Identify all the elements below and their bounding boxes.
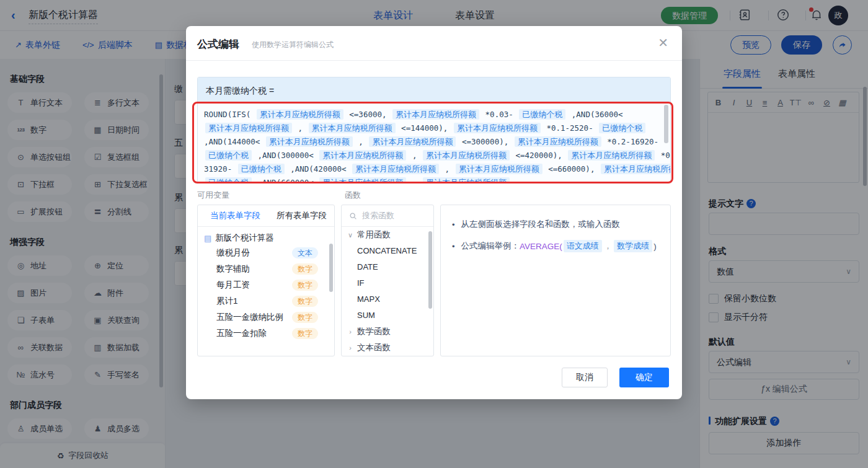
function-item[interactable]: IF	[342, 275, 433, 291]
functions-panel: 搜索函数 ∨常用函数CONCATENATEDATEIFMAPXSUM›数学函数›…	[341, 205, 434, 356]
formula-variable-token[interactable]: 累计本月应纳税所得额	[456, 164, 542, 174]
formula-variable-token[interactable]: 已缴纳个税	[599, 123, 645, 133]
formula-content[interactable]: ROUND(IFS( 累计本月应纳税所得额 <=36000, 累计本月应纳税所得…	[198, 104, 670, 183]
variable-list: 缴税月份文本数字辅助数字每月工资数字累计1数字五险一金缴纳比例数字五险一金扣除数…	[198, 245, 334, 342]
variable-item[interactable]: 五险一金扣除数字	[198, 325, 334, 342]
formula-text: ,	[293, 123, 308, 133]
example-comma: ，	[604, 241, 613, 252]
formula-text: *0.2-16920-	[603, 137, 658, 146]
formula-variable-token[interactable]: 累计本月应纳税所得额	[369, 136, 456, 147]
variable-type-tag: 数字	[292, 280, 318, 291]
formula-text: ,	[354, 137, 368, 146]
function-item[interactable]: MAPX	[342, 291, 433, 307]
variable-item[interactable]: 每月工资数字	[198, 277, 334, 293]
help-tip-2: • 公式编辑举例： AVERAGE( 语文成绩 ， 数学成绩 )	[452, 240, 670, 252]
formula-variable-token[interactable]: 已缴纳个税	[205, 177, 252, 183]
function-item[interactable]: SUM	[342, 307, 433, 324]
variables-tabs: 当前表单字段 所有表单字段	[198, 205, 334, 227]
functions-label: 函数	[345, 190, 361, 201]
variable-name: 数字辅助	[216, 263, 250, 275]
variable-name: 每月工资	[216, 280, 250, 291]
formula-variable-token[interactable]: 累计本月应纳税所得额	[568, 150, 655, 161]
function-group-name: 数学函数	[357, 326, 391, 337]
formula-editor[interactable]: 本月需缴纳个税 = ROUND(IFS( 累计本月应纳税所得额 <=36000,…	[197, 77, 671, 183]
variable-type-tag: 数字	[292, 263, 318, 275]
confirm-button[interactable]: 确定	[619, 368, 669, 387]
formula-text: ,	[440, 164, 454, 174]
variables-panel: 当前表单字段 所有表单字段 ▤ 新版个税计算器 缴税月份文本数字辅助数字每月工资…	[197, 205, 335, 356]
formula-line: 累计本月应纳税所得额 , 累计本月应纳税所得额 <=144000), 累计本月应…	[204, 121, 654, 135]
formula-variable-token[interactable]: 累计本月应纳税所得额	[423, 150, 510, 161]
help-tip-1-text: 从左侧面板选择字段名和函数，或输入函数	[461, 219, 621, 230]
formula-line: ROUND(IFS( 累计本月应纳税所得额 <=36000, 累计本月应纳税所得…	[204, 108, 654, 121]
formula-variable-token[interactable]: 累计本月应纳税所得额	[515, 136, 601, 147]
formula-line: ,AND(144000< 累计本月应纳税所得额 , 累计本月应纳税所得额 <=3…	[204, 135, 654, 149]
formula-edit-modal: 公式编辑 使用数学运算符编辑公式 ✕ 本月需缴纳个税 = ROUND(IFS( …	[186, 26, 682, 399]
formula-variable-token[interactable]: 累计本月应纳税所得额	[423, 177, 510, 183]
formula-line: 已缴纳个税 ,AND(660000< 累计本月应纳税所得额 , 累计本月应纳税所…	[204, 176, 654, 183]
formula-variable-token[interactable]: 已缴纳个税	[238, 164, 285, 174]
help-tip-1: • 从左侧面板选择字段名和函数，或输入函数	[452, 219, 670, 230]
formula-text: ,AND(660000<	[253, 178, 318, 183]
variable-item[interactable]: 五险一金缴纳比例数字	[198, 309, 334, 325]
function-item[interactable]: CONCATENATE	[342, 243, 433, 259]
formula-text: *0.25-	[656, 151, 670, 160]
formula-line: 31920- 已缴纳个税 ,AND(420000< 累计本月应纳税所得额 , 累…	[204, 162, 654, 176]
formula-variable-token[interactable]: 累计本月应纳税所得额	[454, 123, 541, 133]
formula-text: <=36000,	[345, 110, 391, 119]
bullet-icon: •	[452, 242, 455, 251]
formula-variable-token[interactable]: 已缴纳个税	[519, 109, 565, 120]
variable-name: 缴税月份	[216, 247, 250, 258]
bullet-icon: •	[452, 220, 455, 229]
variable-type-tag: 数字	[292, 328, 318, 339]
example-prefix: 公式编辑举例：	[461, 241, 520, 252]
variable-name: 累计1	[216, 296, 238, 307]
formula-help-panel: • 从左侧面板选择字段名和函数，或输入函数 • 公式编辑举例： AVERAGE(…	[440, 205, 671, 356]
formula-text: <=660000),	[544, 164, 600, 174]
cancel-button[interactable]: 取消	[562, 368, 608, 387]
formula-text: ,	[407, 151, 422, 160]
functions-scrollbar[interactable]	[428, 231, 432, 309]
formula-variable-token[interactable]: 已缴纳个税	[205, 150, 252, 161]
close-icon[interactable]: ✕	[658, 35, 668, 50]
formula-variable-token[interactable]: 累计本月应纳税所得额	[319, 177, 406, 183]
formula-variable-token[interactable]: 累计本月应纳税所得额	[309, 123, 396, 133]
formula-text: *0.1-2520-	[542, 123, 598, 133]
formula-text: ,AND(36000<	[567, 110, 622, 119]
variables-scrollbar[interactable]	[329, 244, 333, 292]
chevron-down-icon: ∨	[347, 231, 354, 239]
example-close-paren: )	[653, 242, 657, 251]
formula-target-field: 本月需缴纳个税 =	[198, 77, 670, 104]
formula-variable-token[interactable]: 累计本月应纳税所得额	[266, 136, 353, 147]
variable-item[interactable]: 缴税月份文本	[198, 245, 334, 261]
formula-variable-token[interactable]: 累计本月应纳税所得额	[352, 164, 439, 174]
formula-text: *0.03-	[480, 110, 518, 119]
example-variable-token: 数学成绩	[614, 240, 652, 252]
variable-item[interactable]: 累计1数字	[198, 293, 334, 309]
tab-all-form-fields[interactable]: 所有表单字段	[277, 210, 327, 221]
formula-variable-token[interactable]: 累计本月应纳税所得额	[319, 150, 406, 161]
formula-text: ,AND(144000<	[204, 137, 265, 146]
function-search[interactable]: 搜索函数	[342, 205, 433, 227]
function-group[interactable]: ›文本函数	[342, 340, 433, 356]
formula-text: <=144000),	[397, 123, 453, 133]
formula-scrollbar[interactable]	[664, 105, 668, 143]
tab-current-form-fields[interactable]: 当前表单字段	[210, 210, 260, 221]
function-item[interactable]: DATE	[342, 259, 433, 275]
formula-text: <=300000),	[457, 137, 513, 146]
formula-variable-token[interactable]: 累计本月应纳税所得额	[392, 109, 479, 120]
variable-type-tag: 数字	[292, 312, 318, 323]
formula-variable-token[interactable]: 累计本月应纳税所得额	[601, 164, 670, 174]
formula-text: <=420000),	[511, 151, 567, 160]
formula-variable-token[interactable]: 累计本月应纳税所得额	[257, 109, 343, 120]
variable-item[interactable]: 数字辅助数字	[198, 261, 334, 277]
formula-variable-token[interactable]: 累计本月应纳税所得额	[205, 123, 292, 133]
function-group[interactable]: ∨常用函数	[342, 227, 433, 243]
form-tree-root[interactable]: ▤ 新版个税计算器	[198, 227, 334, 245]
function-search-placeholder: 搜索函数	[362, 210, 394, 221]
chevron-right-icon: ›	[347, 328, 354, 335]
function-group[interactable]: ›数学函数	[342, 324, 433, 340]
function-group-name: 文本函数	[357, 342, 391, 353]
modal-header: 公式编辑 使用数学运算符编辑公式 ✕	[186, 26, 682, 61]
formula-text: ROUND(IFS(	[204, 110, 255, 119]
